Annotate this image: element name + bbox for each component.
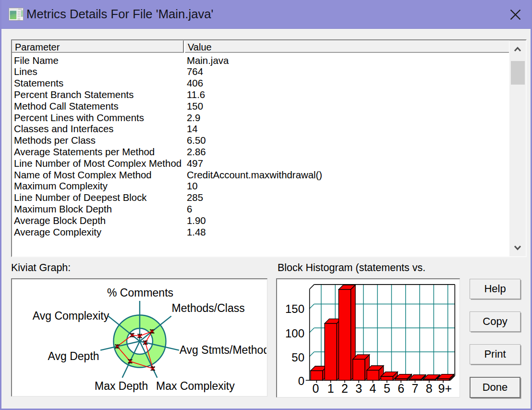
svg-text:5: 5: [384, 382, 390, 395]
svg-text:50: 50: [291, 351, 304, 364]
svg-text:Avg Complexity: Avg Complexity: [33, 310, 109, 322]
svg-text:7: 7: [411, 382, 418, 395]
svg-text:3: 3: [355, 382, 362, 395]
svg-text:6: 6: [398, 382, 404, 395]
svg-text:Avg Stmts/Method: Avg Stmts/Method: [180, 344, 266, 356]
svg-text:1: 1: [327, 382, 334, 395]
svg-text:% Comments: % Comments: [107, 286, 173, 299]
svg-text:0: 0: [298, 374, 304, 387]
svg-text:Methods/Class: Methods/Class: [172, 302, 245, 314]
svg-text:Max Complexity: Max Complexity: [156, 380, 235, 392]
svg-text:Max Depth: Max Depth: [95, 380, 148, 392]
svg-text:0: 0: [313, 382, 319, 395]
svg-text:4: 4: [370, 382, 376, 395]
svg-text:150: 150: [285, 302, 304, 315]
svg-text:Avg Depth: Avg Depth: [48, 350, 99, 362]
svg-text:2: 2: [341, 382, 348, 395]
svg-text:8: 8: [426, 382, 433, 395]
svg-text:9+: 9+: [438, 382, 452, 395]
svg-text:100: 100: [285, 327, 304, 340]
